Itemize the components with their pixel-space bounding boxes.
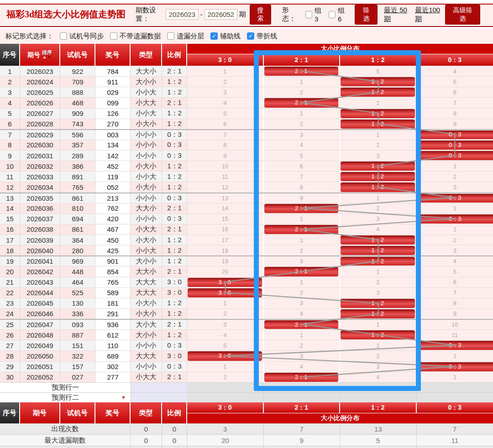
group6-label: 组6 bbox=[338, 6, 347, 23]
table-row: 62026028743270小大小1：2621：29 bbox=[0, 119, 493, 129]
prediction-input-cell[interactable] bbox=[131, 383, 187, 392]
prize-number-cell: 302 bbox=[95, 362, 131, 372]
recent-50-link[interactable]: 最近 50期 bbox=[384, 6, 412, 23]
period-cell: 2026038 bbox=[20, 224, 60, 234]
ratio-capsule: 3：0 bbox=[188, 351, 262, 360]
trend-cell: 1 bbox=[417, 351, 493, 361]
miss-count: 2 bbox=[300, 289, 303, 296]
col-header-type: 类型 bbox=[131, 44, 162, 66]
ratio-cell: 1：2 bbox=[162, 161, 187, 171]
trend-cell: 1：2 bbox=[340, 256, 417, 266]
table-row: 132026035861213小小小0：313910：3 bbox=[0, 193, 493, 203]
search-button[interactable]: 搜索 bbox=[250, 5, 271, 25]
prize-number-cell: 420 bbox=[95, 214, 131, 224]
table-row: 32026025888029小小大1：2321：26 bbox=[0, 87, 493, 97]
table-row: 262026048887612大小小1：2411：211 bbox=[0, 329, 493, 340]
col-header-ratio: 比例 bbox=[162, 44, 187, 66]
mark-option-checkbox[interactable] bbox=[60, 32, 67, 40]
miss-count: 11 bbox=[452, 332, 458, 339]
recent-100-link[interactable]: 最近100期 bbox=[415, 6, 445, 23]
ratio-capsule: 0：3 bbox=[417, 362, 493, 371]
seq-cell: 16 bbox=[0, 224, 20, 234]
test-number-cell: 027 bbox=[60, 372, 95, 382]
mark-option-checkbox[interactable]: ✓ bbox=[247, 32, 254, 40]
prediction-label: 预测行二 bbox=[52, 393, 79, 402]
type-cell: 大大小 bbox=[131, 266, 162, 276]
ratio-cell: 0：3 bbox=[162, 130, 187, 140]
type-cell: 小大小 bbox=[131, 119, 162, 129]
table-row: 202026042448854大大小2：1202：115 bbox=[0, 266, 493, 276]
ratio-cell: 1：2 bbox=[162, 172, 187, 182]
period-cell: 2026052 bbox=[20, 372, 60, 382]
down-arrow-icon[interactable]: ▼ bbox=[121, 395, 126, 400]
miss-count: 13 bbox=[222, 195, 228, 202]
trend-cell: 8 bbox=[264, 182, 341, 192]
trend-cell: 1 bbox=[187, 298, 264, 308]
ratio-cell: 3：0 bbox=[162, 288, 187, 298]
filter-button[interactable]: 筛选 bbox=[355, 5, 378, 25]
trend-cell: 7 bbox=[187, 130, 264, 140]
period-cell: 2026025 bbox=[20, 87, 60, 97]
type-cell: 大大大 bbox=[131, 277, 162, 287]
miss-count: 1 bbox=[453, 353, 456, 359]
mark-options-bar: 标记形式选择： 试机号同步不带遗漏数据遗漏分层✓辅助线✓带折线 bbox=[0, 28, 493, 44]
trend-cell: 1 bbox=[417, 203, 493, 214]
trend-cell: 2 bbox=[264, 245, 341, 255]
test-number-cell: 909 bbox=[60, 109, 95, 119]
ratio-capsule: 1：2 bbox=[341, 235, 415, 245]
miss-count: 10 bbox=[451, 321, 458, 328]
miss-count: 2 bbox=[223, 374, 226, 380]
trend-cell: 5 bbox=[187, 340, 264, 350]
stat-row-appearance: 出现次数 0 0 3 7 13 7 bbox=[0, 423, 493, 434]
trend-cell: 1：2 bbox=[340, 309, 417, 319]
type-cell: 小大大 bbox=[131, 224, 162, 234]
ratio-capsule: 3：0 bbox=[188, 288, 262, 297]
prediction-row-2: 预测行二 ▼ bbox=[0, 392, 493, 402]
type-cell: 小小小 bbox=[131, 151, 162, 161]
trend-cell: 3 bbox=[264, 298, 341, 308]
group6-checkbox[interactable] bbox=[329, 11, 336, 18]
type-cell: 大大大 bbox=[131, 288, 162, 298]
miss-count: 5 bbox=[453, 268, 456, 275]
ratio-cell: 1：2 bbox=[162, 330, 187, 340]
prediction-input-cell[interactable] bbox=[131, 393, 187, 402]
prize-number-cell: 213 bbox=[95, 193, 131, 203]
sort-desc-icon: ▼ bbox=[47, 55, 52, 59]
type-cell: 小大大 bbox=[131, 372, 162, 382]
table-footer-header: 序号 期号 试机号 奖号 类型 比例 3：0 2：1 1：2 0：3 大小比例分… bbox=[0, 402, 493, 423]
trend-cell: 2 bbox=[264, 340, 341, 350]
period-cell: 2026044 bbox=[20, 288, 60, 298]
period-from-input[interactable] bbox=[166, 9, 199, 20]
table-row: 302026052027277小大大2：122：141 bbox=[0, 372, 493, 382]
mark-option-checkbox[interactable] bbox=[167, 32, 174, 40]
trend-cell: 2 bbox=[340, 277, 417, 287]
ratio-col-03: 0：3 bbox=[417, 54, 493, 66]
type-cell: 小小大 bbox=[131, 87, 162, 97]
period-to-input[interactable] bbox=[205, 9, 237, 20]
trend-cell: 3 bbox=[187, 320, 264, 329]
trend-cell: 5 bbox=[417, 266, 493, 276]
miss-count: 1 bbox=[223, 300, 226, 307]
prize-number-cell: 425 bbox=[95, 245, 131, 255]
trend-cell: 4 bbox=[340, 224, 417, 234]
advanced-filter-button[interactable]: 高级筛选 bbox=[445, 5, 480, 25]
period-cell: 2026030 bbox=[20, 140, 60, 150]
ratio-cell: 2：1 bbox=[162, 203, 187, 214]
trend-cell: 3 bbox=[187, 87, 264, 97]
type-cell: 大小小 bbox=[131, 77, 162, 87]
sort-control[interactable]: 排序 ▲▼ bbox=[42, 50, 52, 59]
mark-option-checkbox[interactable] bbox=[110, 32, 117, 40]
trend-cell: 4 bbox=[417, 66, 493, 76]
table-row: 222026044525589大大大3：03：0237 bbox=[0, 287, 493, 298]
miss-count: 1 bbox=[376, 99, 379, 106]
ratio-cell: 0：3 bbox=[162, 151, 187, 161]
ratio-capsule: 1：2 bbox=[341, 246, 415, 255]
trend-cell: 3 bbox=[340, 362, 417, 372]
mark-option-checkbox[interactable]: ✓ bbox=[210, 32, 218, 40]
group3-checkbox[interactable] bbox=[305, 11, 312, 18]
seq-cell: 10 bbox=[0, 161, 20, 171]
miss-count: 8 bbox=[300, 184, 303, 191]
prize-number-cell: 612 bbox=[95, 330, 131, 340]
seq-cell: 5 bbox=[0, 109, 20, 119]
trend-cell: 3 bbox=[264, 256, 341, 266]
